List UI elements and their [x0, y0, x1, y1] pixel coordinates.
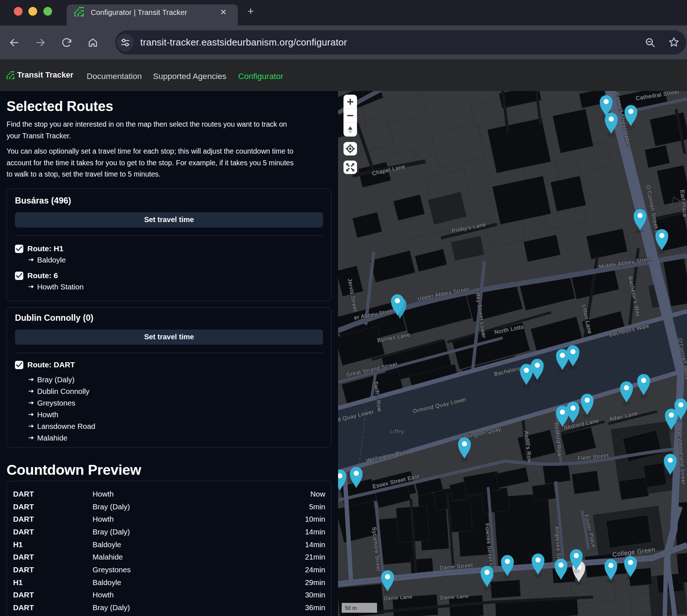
- svg-text:Liffey: Liffey: [390, 428, 405, 434]
- svg-text:50 m: 50 m: [345, 605, 357, 611]
